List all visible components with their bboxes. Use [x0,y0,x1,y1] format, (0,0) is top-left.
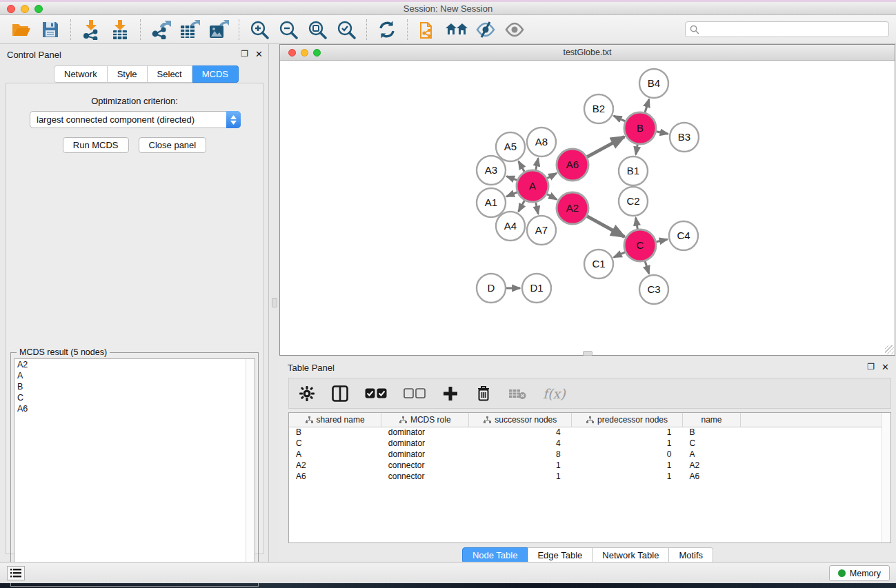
criterion-select[interactable]: largest connected component (directed) [30,111,241,128]
network-graph[interactable]: A5A8A6A3AA1A4A7A2B2B4BB3B1C2C4CC1C3DD1 [280,61,895,355]
cell-successor-nodes[interactable]: 1 [469,471,572,482]
node-D[interactable]: D [477,274,506,303]
node-A2[interactable]: A2 [557,192,588,224]
edge-A2-C[interactable] [587,216,624,237]
edge-A6-B[interactable] [587,136,624,156]
column-header-MCDS-role[interactable]: MCDS role [381,413,469,427]
node-A4[interactable]: A4 [496,212,525,241]
node-B2[interactable]: B2 [584,94,613,123]
edge-A-A3[interactable] [506,176,517,181]
window-resize-grip[interactable] [885,345,894,354]
run-mcds-button[interactable]: Run MCDS [63,137,129,153]
column-header-name[interactable]: name [682,413,740,427]
cell-predecessor-nodes[interactable]: 0 [572,449,683,460]
close-panel-button[interactable]: Close panel [139,137,207,153]
cell-shared-name[interactable]: A [289,449,381,460]
cell-MCDS-role[interactable]: connector [381,471,469,482]
show-all-icon[interactable] [503,18,526,41]
export-network-icon[interactable] [149,18,172,41]
column-header-predecessor-nodes[interactable]: predecessor nodes [572,413,683,427]
edge-A-A8[interactable] [536,159,538,170]
mcds-result-list[interactable]: A2ABCA6 [14,358,255,583]
network-window-titlebar[interactable]: testGlobe.txt [280,45,895,61]
edge-B-B3[interactable] [657,132,668,134]
import-table-icon[interactable] [108,18,132,41]
float-panel-icon[interactable]: ❐ [867,362,875,372]
scrollbar[interactable] [246,359,255,582]
node-A7[interactable]: A7 [527,216,556,245]
node-A8[interactable]: A8 [527,128,556,156]
node-A6[interactable]: A6 [557,149,588,181]
edge-A-A6[interactable] [547,173,557,178]
table-row[interactable]: Cdominator41C [289,438,890,449]
network-canvas[interactable]: A5A8A6A3AA1A4A7A2B2B4BB3B1C2C4CC1C3DD1 [280,61,895,355]
export-table-icon[interactable] [178,18,201,41]
cell-MCDS-role[interactable]: dominator [381,449,469,460]
tab-motifs[interactable]: Motifs [669,547,713,563]
node-A1[interactable]: A1 [477,188,506,217]
cell-predecessor-nodes[interactable]: 1 [572,460,683,471]
cell-predecessor-nodes[interactable]: 1 [572,471,683,482]
delete-column-icon[interactable] [475,385,492,403]
node-B1[interactable]: B1 [619,156,648,185]
table-row[interactable]: A6connector11A6 [289,471,890,482]
edge-B-B4[interactable] [645,99,649,112]
close-panel-icon[interactable]: ✕ [882,362,889,372]
node-B[interactable]: B [624,112,656,144]
select-all-checkboxes-icon[interactable] [365,385,387,403]
network-from-selection-icon[interactable] [416,18,439,41]
cell-shared-name[interactable]: C [289,438,381,449]
mcds-result-item[interactable]: B [14,381,255,392]
node-A3[interactable]: A3 [477,156,506,185]
edge-A-A4[interactable] [519,201,525,212]
split-divider-handle[interactable] [272,298,277,307]
split-divider-handle[interactable] [583,351,593,356]
edge-A-A1[interactable] [506,192,517,196]
node-table[interactable]: shared nameMCDS rolesuccessor nodesprede… [288,412,891,543]
zoom-selected-icon[interactable] [335,18,358,41]
node-A5[interactable]: A5 [496,132,525,161]
cell-MCDS-role[interactable]: dominator [381,438,469,449]
refresh-layout-icon[interactable] [375,18,399,41]
tab-edge-table[interactable]: Edge Table [528,547,593,563]
edge-C-C4[interactable] [656,239,667,242]
float-panel-icon[interactable]: ❐ [241,49,248,59]
import-network-icon[interactable] [79,18,103,41]
tab-mcds[interactable]: MCDS [192,65,239,83]
node-C3[interactable]: C3 [639,275,668,304]
gear-icon[interactable] [299,385,315,403]
node-C[interactable]: C [624,230,656,261]
edge-A-A7[interactable] [536,203,538,214]
cell-shared-name[interactable]: A2 [289,460,381,471]
cell-successor-nodes[interactable]: 1 [469,460,572,471]
zoom-fit-icon[interactable] [306,18,329,41]
tab-network[interactable]: Network [54,65,108,83]
table-row[interactable]: Bdominator41B [289,427,890,438]
mcds-result-item[interactable]: C [14,392,255,403]
split-columns-icon[interactable] [332,385,348,403]
edge-B-B1[interactable] [636,145,637,155]
node-C2[interactable]: C2 [619,187,648,216]
scrollbar[interactable] [882,413,890,543]
task-history-icon[interactable] [7,566,25,580]
close-panel-icon[interactable]: ✕ [255,49,263,59]
column-header-shared-name[interactable]: shared name [289,413,381,427]
column-header-successor-nodes[interactable]: successor nodes [469,413,572,427]
node-C4[interactable]: C4 [669,221,698,250]
search-input[interactable] [685,21,889,37]
tab-select[interactable]: Select [148,65,192,83]
tab-network-table[interactable]: Network Table [593,547,669,563]
node-B3[interactable]: B3 [670,123,699,152]
delete-table-icon[interactable] [508,385,526,403]
cell-successor-nodes[interactable]: 4 [469,438,572,449]
cell-successor-nodes[interactable]: 4 [469,427,572,438]
tab-style[interactable]: Style [108,65,148,83]
edge-C-C2[interactable] [636,218,638,230]
node-A[interactable]: A [517,170,548,202]
cell-MCDS-role[interactable]: dominator [381,427,469,438]
save-icon[interactable] [39,18,62,41]
open-folder-icon[interactable] [10,18,33,41]
edge-C-C3[interactable] [645,261,649,274]
cell-successor-nodes[interactable]: 8 [469,449,572,460]
cell-shared-name[interactable]: A6 [289,471,381,482]
